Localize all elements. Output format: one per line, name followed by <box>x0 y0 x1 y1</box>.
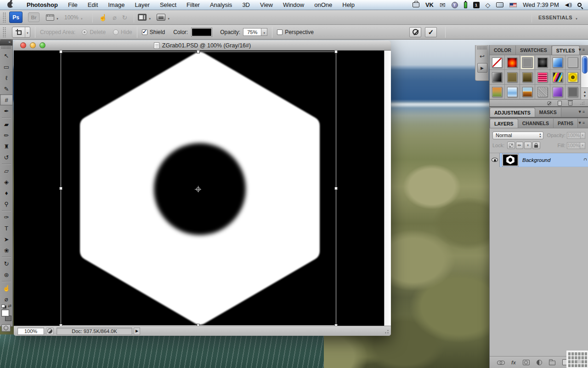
document-size-field[interactable]: Doc: 937.5K/864.0K <box>57 328 132 335</box>
commit-crop-button[interactable] <box>425 27 437 37</box>
actions-panel-button[interactable]: ▶ <box>477 63 487 73</box>
panel-tab[interactable]: CHANNELS <box>518 119 554 128</box>
style-gray-flat[interactable] <box>520 55 535 70</box>
airport-menu-icon[interactable]: ◇ <box>486 2 491 8</box>
history-brush-tool[interactable]: ↺ <box>0 152 13 163</box>
rectangular-marquee-tool[interactable]: ▭ <box>0 61 13 72</box>
arrange-documents-button[interactable] <box>138 13 151 22</box>
clone-stamp-tool[interactable]: ♜ <box>0 141 13 152</box>
style-none[interactable] <box>490 55 505 70</box>
spot-healing-brush-tool[interactable]: ▰ <box>0 119 13 130</box>
style-light-gray[interactable] <box>565 55 581 70</box>
shield-color-swatch[interactable] <box>192 28 212 36</box>
lock-position-button[interactable]: + <box>524 142 531 149</box>
opacity-field[interactable]: 100% <box>567 132 581 139</box>
panel-menu-icon[interactable]: ▼≡ <box>578 47 585 52</box>
style-yellow-bevel[interactable] <box>565 70 581 85</box>
paint-bucket-tool[interactable]: ◈ <box>0 176 13 187</box>
bridge-button[interactable]: Br <box>28 12 40 22</box>
style-brown-gradient[interactable] <box>520 70 535 85</box>
tool-preset-picker[interactable] <box>12 27 30 38</box>
fill-field[interactable]: 100% <box>567 142 581 149</box>
layer-visibility-cell[interactable] <box>490 153 500 167</box>
panel-tab[interactable]: PATHS <box>554 119 578 128</box>
style-landscape[interactable] <box>520 85 535 99</box>
new-style-button[interactable] <box>558 101 562 106</box>
window-resize-grip[interactable] <box>383 328 390 334</box>
crop-tool[interactable]: # <box>0 94 13 105</box>
hide-radio[interactable] <box>113 29 119 35</box>
add-layer-mask-icon[interactable] <box>523 360 530 365</box>
crop-handle-top-left[interactable] <box>59 51 62 53</box>
blur-tool[interactable]: ♦ <box>0 187 13 198</box>
style-multicolor[interactable] <box>550 70 565 85</box>
status-clock-icon[interactable] <box>46 328 54 335</box>
zoom-level-button[interactable]: 100% <box>64 13 83 22</box>
panel-tab[interactable]: MASKS <box>535 108 561 117</box>
path-selection-tool[interactable]: ➤ <box>0 234 13 245</box>
layer-thumbnail[interactable] <box>503 154 518 166</box>
style-red-glow[interactable] <box>505 55 520 70</box>
history-panel-button[interactable]: ↩ <box>477 52 487 61</box>
style-gray-noise[interactable] <box>535 85 550 99</box>
panel-resize-grip[interactable] <box>579 101 584 105</box>
t-badge-menu-icon[interactable]: T <box>452 2 458 8</box>
opacity-dropdown[interactable] <box>581 132 586 139</box>
style-charcoal-gradient[interactable] <box>490 70 505 85</box>
menu-item[interactable]: File <box>63 0 83 9</box>
style-sky-blue-bevel[interactable] <box>505 85 520 99</box>
type-tool[interactable]: T <box>0 223 13 234</box>
menu-item[interactable]: 3D <box>237 0 255 9</box>
spotlight-icon[interactable] <box>577 3 582 7</box>
vertical-scrollbar[interactable] <box>384 51 391 326</box>
input-language-flag-icon[interactable] <box>509 3 517 7</box>
shield-opacity-dropdown[interactable] <box>261 28 267 36</box>
displays-menu-icon[interactable] <box>496 2 503 7</box>
pen-tool[interactable]: ✑ <box>0 212 13 223</box>
delete-radio[interactable] <box>82 29 87 35</box>
panel-menu-icon[interactable]: ▼≡ <box>578 109 585 114</box>
style-olive[interactable] <box>505 70 520 85</box>
style-black-knob[interactable] <box>535 55 550 70</box>
new-adjustment-layer-icon[interactable] <box>537 360 542 365</box>
status-menu-button[interactable]: ▶ <box>134 328 140 335</box>
menu-item[interactable]: Photoshop <box>22 0 63 9</box>
3d-rotate-tool[interactable]: ↻ <box>0 258 13 269</box>
zoom-tool[interactable]: ⌀ <box>0 293 13 305</box>
document-titlebar[interactable]: ZGrab01.PSD @ 100% (Gray/16#) <box>14 40 391 51</box>
shield-checkbox[interactable] <box>142 29 147 35</box>
menu-item[interactable]: Layer <box>130 0 155 9</box>
menu-item[interactable]: Edit <box>83 0 103 9</box>
screen-mode-button[interactable] <box>157 13 170 22</box>
crop-handle-top-mid[interactable] <box>197 51 200 53</box>
mail-menu-icon[interactable]: ✉ <box>440 1 446 8</box>
fill-dropdown[interactable] <box>580 142 585 149</box>
custom-shape-tool[interactable]: ❀ <box>0 245 13 256</box>
tools-panel-header[interactable]: » <box>0 40 12 46</box>
zoom-level-field[interactable]: 100% <box>17 328 44 335</box>
zoom-tool-button[interactable]: ⌀ <box>110 14 119 21</box>
style-dark-gray[interactable] <box>565 85 581 99</box>
style-purple-bevel[interactable] <box>550 85 565 99</box>
new-group-icon[interactable] <box>549 361 555 365</box>
style-pink-stripes[interactable] <box>535 70 550 85</box>
cancel-crop-button[interactable] <box>409 27 421 37</box>
hand-tool-button[interactable]: ☝ <box>96 14 110 21</box>
dock-grid-icon[interactable] <box>566 351 588 368</box>
perspective-checkbox[interactable] <box>277 29 283 35</box>
crop-handle-mid-left[interactable] <box>59 187 62 190</box>
menu-item[interactable]: View <box>255 0 278 9</box>
swap-colors-icon[interactable]: ⇄ <box>8 304 11 308</box>
shield-opacity-field[interactable]: 75% <box>243 28 261 36</box>
style-blue-glossy[interactable] <box>550 55 565 70</box>
menu-item[interactable]: Window <box>278 0 309 9</box>
panel-menu-icon[interactable]: ▼≡ <box>578 121 585 125</box>
brush-tool[interactable]: ✏ <box>0 130 13 141</box>
clear-style-button[interactable] <box>547 101 551 105</box>
volume-menu-icon[interactable] <box>565 2 571 8</box>
foreground-color-swatch[interactable] <box>1 310 9 316</box>
panel-tab[interactable]: STYLES <box>552 46 580 55</box>
eyedropper-tool[interactable]: ✒ <box>0 105 13 116</box>
crop-handle-mid-right[interactable] <box>334 187 338 190</box>
panel-tab[interactable]: LAYERS <box>490 119 518 128</box>
